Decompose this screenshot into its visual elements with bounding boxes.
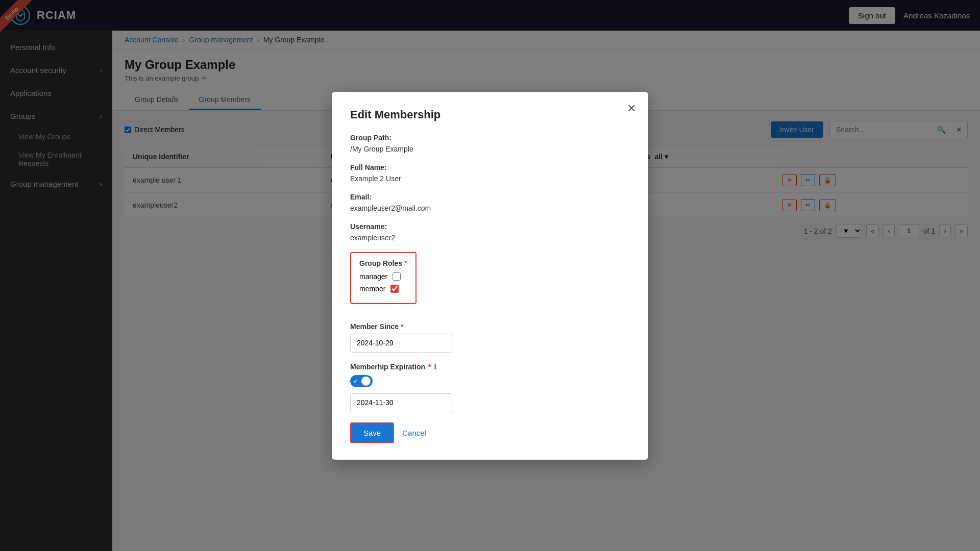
full-name-label: Full Name: bbox=[350, 163, 630, 171]
toggle-check-icon: ✓ bbox=[353, 378, 358, 385]
manager-checkbox[interactable] bbox=[393, 272, 401, 281]
group-roles-container: Group Roles * manager member bbox=[350, 252, 416, 304]
group-roles-label: Group Roles * bbox=[359, 259, 407, 267]
save-button[interactable]: Save bbox=[350, 422, 394, 443]
expiration-date-input-wrapper: 📅 bbox=[350, 393, 452, 412]
toggle-slider: ✓ bbox=[350, 375, 373, 387]
group-path-value: /My Group Example bbox=[350, 145, 630, 153]
cancel-button[interactable]: Cancel bbox=[402, 429, 426, 437]
member-since-input[interactable] bbox=[351, 335, 452, 351]
member-checkbox[interactable] bbox=[390, 285, 399, 293]
membership-expiration-label: Memberhip Expiration * ℹ bbox=[350, 363, 630, 371]
email-value: exampleuser2@mail.com bbox=[350, 204, 630, 212]
member-since-label: Member Since * bbox=[350, 322, 630, 331]
modal-title: Edit Membership bbox=[350, 108, 630, 121]
mem-exp-required: * bbox=[428, 363, 431, 371]
modal-overlay[interactable]: Edit Membership ✕ Group Path: /My Group … bbox=[0, 0, 980, 551]
edit-membership-modal: Edit Membership ✕ Group Path: /My Group … bbox=[332, 92, 648, 460]
required-star: * bbox=[404, 259, 407, 267]
modal-actions: Save Cancel bbox=[350, 422, 630, 443]
username-label: Username: bbox=[350, 222, 630, 231]
role-member-row: member bbox=[359, 285, 407, 293]
group-path-label: Group Path: bbox=[350, 134, 630, 142]
member-since-input-wrapper: 📅 bbox=[350, 334, 452, 353]
email-label: Email: bbox=[350, 193, 630, 201]
role-manager-row: manager bbox=[359, 272, 407, 281]
membership-expiration-toggle[interactable]: ✓ bbox=[350, 375, 373, 387]
expiration-date-input[interactable] bbox=[351, 394, 452, 411]
membership-exp-info-icon: ℹ bbox=[434, 363, 436, 371]
manager-label: manager bbox=[359, 272, 387, 281]
full-name-value: Example 2 User bbox=[350, 174, 630, 183]
member-since-required: * bbox=[401, 322, 403, 331]
modal-close-button[interactable]: ✕ bbox=[627, 102, 636, 115]
member-label: member bbox=[359, 285, 385, 293]
username-value: exampleuser2 bbox=[350, 234, 630, 242]
